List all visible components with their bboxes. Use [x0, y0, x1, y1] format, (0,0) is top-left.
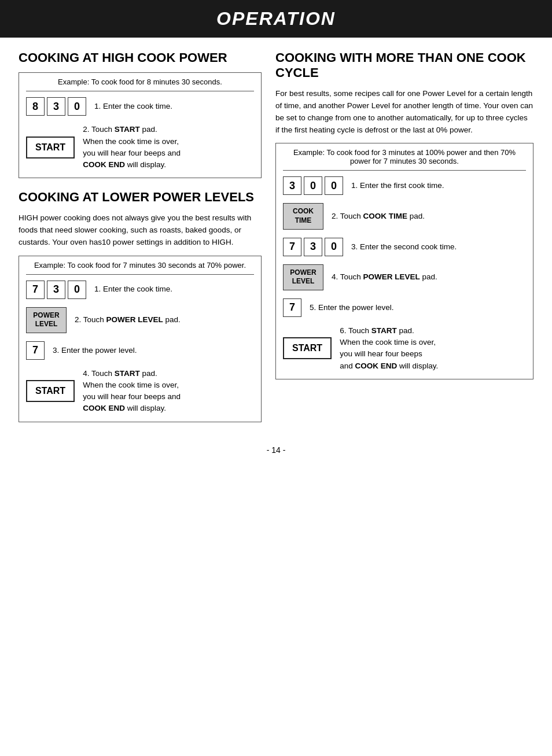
digit-3c: 3: [304, 238, 322, 256]
power-level-button-2[interactable]: POWERLEVEL: [283, 264, 323, 290]
lower-power-example-note: Example: To cook food for 7 minutes 30 s…: [26, 261, 254, 275]
lower-power-step-3: 7 3. Enter the power level.: [26, 341, 254, 360]
main-content: COOKING AT HIGH COOK POWER Example: To c…: [0, 50, 552, 422]
digit-3a: 3: [47, 281, 65, 299]
page-number: - 14 -: [0, 445, 552, 466]
lower-power-digits-1: 7 3 0: [26, 281, 86, 299]
one-cycle-step-2-text: 2. Touch COOK TIME pad.: [332, 211, 425, 222]
one-cycle-step-3-text: 3. Enter the second cook time.: [351, 241, 457, 253]
one-cycle-body: For best results, some recipes call for …: [275, 88, 533, 137]
digit-0a: 0: [68, 281, 86, 299]
digit-0b: 0: [304, 176, 322, 195]
high-cook-example-note: Example: To cook food for 8 minutes 30 s…: [26, 78, 254, 91]
one-cycle-digits-3: 7 3 0: [283, 238, 343, 256]
lower-power-step-2: POWERLEVEL 2. Touch POWER LEVEL pad.: [26, 307, 254, 333]
digit-8: 8: [26, 97, 45, 116]
digit-0: 0: [68, 97, 86, 116]
cook-time-button[interactable]: COOKTIME: [283, 203, 323, 229]
start-button-1[interactable]: START: [26, 137, 75, 158]
high-cook-step-2: START 2. Touch START pad. When the cook …: [26, 124, 254, 171]
digit-0c: 0: [325, 176, 343, 195]
one-cycle-heading: COOKING WITH MORE THAN ONE COOK CYCLE: [275, 50, 533, 81]
lower-power-step-3-text: 3. Enter the power level.: [53, 345, 137, 356]
digit-7c: 7: [283, 238, 301, 256]
one-cycle-step-1-text: 1. Enter the first cook time.: [351, 180, 444, 191]
left-column: COOKING AT HIGH COOK POWER Example: To c…: [19, 50, 262, 422]
one-cycle-step-6: START 6. Touch START pad. When the cook …: [283, 325, 526, 372]
one-cycle-step-3: 7 3 0 3. Enter the second cook time.: [283, 238, 526, 256]
lower-power-heading: COOKING AT LOWER POWER LEVELS: [19, 190, 262, 205]
one-cycle-step-2: COOKTIME 2. Touch COOK TIME pad.: [283, 203, 526, 229]
one-cycle-step-5: 7 5. Enter the power level.: [283, 298, 526, 317]
digit-0d: 0: [325, 238, 343, 256]
one-cycle-digits-5: 7: [283, 298, 301, 317]
lower-power-step-4-text: 4. Touch START pad. When the cook time i…: [83, 368, 181, 415]
lower-power-digits-3: 7: [26, 341, 45, 360]
start-button-2[interactable]: START: [26, 380, 75, 402]
lower-power-step-2-text: 2. Touch POWER LEVEL pad.: [75, 314, 181, 326]
high-cook-heading: COOKING AT HIGH COOK POWER: [19, 50, 262, 65]
lower-power-step-4: START 4. Touch START pad. When the cook …: [26, 368, 254, 415]
digit-3b: 3: [283, 176, 301, 195]
one-cycle-step-6-text: 6. Touch START pad. When the cook time i…: [340, 325, 438, 372]
power-level-button-1[interactable]: POWERLEVEL: [26, 307, 67, 333]
high-cook-digits-1: 8 3 0: [26, 97, 86, 116]
start-button-3[interactable]: START: [283, 337, 332, 359]
page-title: OPERATION: [216, 8, 336, 29]
one-cycle-step-5-text: 5. Enter the power level.: [310, 302, 394, 314]
digit-7d: 7: [283, 298, 301, 317]
lower-power-section: COOKING AT LOWER POWER LEVELS HIGH power…: [19, 190, 262, 422]
page-header: OPERATION: [0, 0, 552, 38]
high-cook-step-1: 8 3 0 1. Enter the cook time.: [26, 97, 254, 116]
one-cycle-example-box: Example: To cook food for 3 minutes at 1…: [275, 143, 533, 379]
digit-7a: 7: [26, 281, 45, 299]
one-cycle-step-4-text: 4. Touch POWER LEVEL pad.: [332, 271, 437, 283]
right-column: COOKING WITH MORE THAN ONE COOK CYCLE Fo…: [275, 50, 533, 422]
lower-power-body: HIGH power cooking does not always give …: [19, 212, 262, 249]
lower-power-step-1: 7 3 0 1. Enter the cook time.: [26, 281, 254, 299]
lower-power-example-box: Example: To cook food for 7 minutes 30 s…: [19, 256, 262, 422]
one-cycle-example-note: Example: To cook food for 3 minutes at 1…: [283, 148, 526, 171]
one-cycle-step-1: 3 0 0 1. Enter the first cook time.: [283, 176, 526, 195]
one-cycle-step-4: POWERLEVEL 4. Touch POWER LEVEL pad.: [283, 264, 526, 290]
digit-3: 3: [47, 97, 65, 116]
digit-7b: 7: [26, 341, 45, 360]
high-cook-step-2-text: 2. Touch START pad. When the cook time i…: [83, 124, 181, 171]
high-cook-step-1-text: 1. Enter the cook time.: [94, 101, 172, 112]
lower-power-step-1-text: 1. Enter the cook time.: [94, 283, 172, 295]
one-cycle-digits-1: 3 0 0: [283, 176, 343, 195]
high-cook-example-box: Example: To cook food for 8 minutes 30 s…: [19, 72, 262, 178]
